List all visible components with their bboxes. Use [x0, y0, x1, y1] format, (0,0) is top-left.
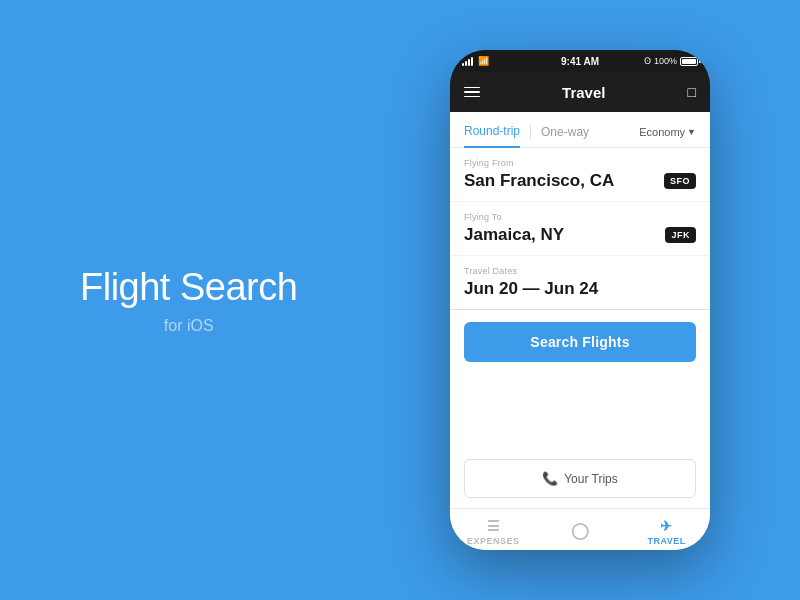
flying-to-label: Flying To: [464, 212, 696, 222]
flying-to-row: Jamaica, NY JFK: [464, 225, 696, 245]
travel-dates-value: Jun 20 — Jun 24: [464, 279, 696, 299]
bottom-nav-expenses[interactable]: ☰ EXPENSES: [450, 514, 537, 546]
bottom-nav-travel[interactable]: ✈ TRAVEL: [623, 514, 710, 546]
left-branding: Flight Search for iOS: [80, 266, 297, 335]
nav-bar: Travel □: [450, 72, 710, 112]
bottom-nav-camera[interactable]: ◯: [537, 517, 624, 542]
your-trips-label: Your Trips: [564, 472, 618, 486]
cabin-class-label: Economy: [639, 126, 685, 138]
flying-to-field[interactable]: Flying To Jamaica, NY JFK: [450, 202, 710, 256]
wifi-icon: 📶: [478, 56, 489, 66]
tab-separator: [530, 125, 531, 139]
search-btn-wrap: Search Flights: [450, 310, 710, 374]
cabin-class-selector[interactable]: Economy ▼: [639, 126, 696, 138]
battery-icon: [680, 57, 698, 66]
app-title: Flight Search: [80, 266, 297, 309]
your-trips-wrap: 📞 Your Trips: [450, 374, 710, 508]
flying-from-field[interactable]: Flying From San Francisco, CA SFO: [450, 148, 710, 202]
flying-from-row: San Francisco, CA SFO: [464, 171, 696, 191]
expenses-icon: ☰: [487, 518, 501, 534]
status-time: 9:41 AM: [561, 56, 599, 67]
flying-to-value: Jamaica, NY: [464, 225, 564, 245]
phone-frame: 📶 9:41 AM ʘ 100% Travel □ Round-trip One…: [450, 50, 710, 550]
travel-icon: ✈: [660, 518, 673, 534]
flying-from-code: SFO: [664, 173, 696, 189]
signal-icon: [462, 56, 473, 66]
your-trips-button[interactable]: 📞 Your Trips: [464, 459, 696, 498]
bluetooth-icon: ʘ: [644, 56, 651, 66]
nav-title: Travel: [562, 84, 605, 101]
travel-label: TRAVEL: [648, 536, 686, 546]
status-right: ʘ 100%: [644, 56, 698, 66]
expenses-label: EXPENSES: [467, 536, 520, 546]
tab-round-trip[interactable]: Round-trip: [464, 124, 520, 148]
chat-icon[interactable]: □: [688, 84, 696, 100]
status-left: 📶: [462, 56, 489, 66]
bottom-nav: ☰ EXPENSES ◯ ✈ TRAVEL: [450, 508, 710, 550]
tab-one-way[interactable]: One-way: [541, 125, 589, 147]
app-subtitle: for iOS: [80, 317, 297, 335]
flying-from-label: Flying From: [464, 158, 696, 168]
tabs-row: Round-trip One-way Economy ▼: [450, 112, 710, 148]
flying-from-value: San Francisco, CA: [464, 171, 614, 191]
battery-percent: 100%: [654, 56, 677, 66]
travel-dates-label: Travel Dates: [464, 266, 696, 276]
chevron-down-icon: ▼: [687, 127, 696, 137]
suitcase-icon: 📞: [542, 471, 558, 486]
travel-dates-field[interactable]: Travel Dates Jun 20 — Jun 24: [450, 256, 710, 310]
status-bar: 📶 9:41 AM ʘ 100%: [450, 50, 710, 72]
menu-icon[interactable]: [464, 87, 480, 98]
camera-icon: ◯: [571, 521, 590, 540]
flying-to-code: JFK: [665, 227, 696, 243]
search-flights-button[interactable]: Search Flights: [464, 322, 696, 362]
phone-content: Round-trip One-way Economy ▼ Flying From…: [450, 112, 710, 550]
